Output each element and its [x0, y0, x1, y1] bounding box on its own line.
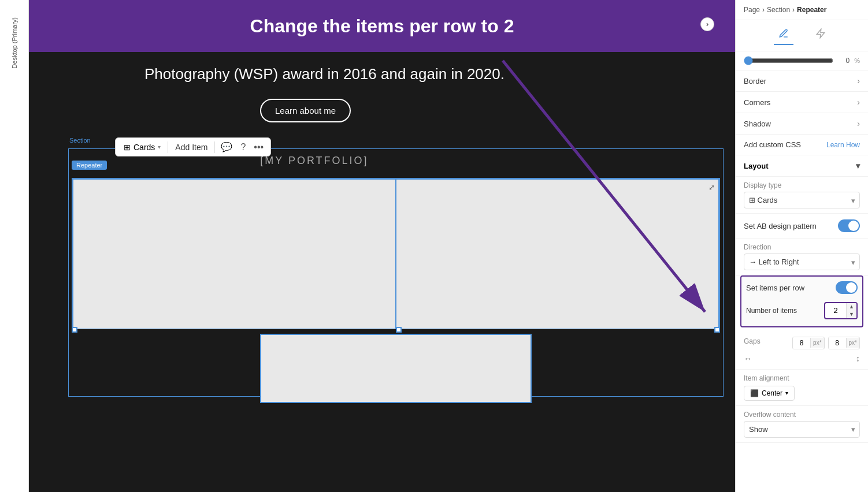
- panel-toggle-button[interactable]: ›: [700, 17, 714, 31]
- toolbar-divider: [168, 141, 168, 153]
- set-items-per-row-label: Set items per row: [746, 284, 804, 292]
- ab-pattern-label: Set AB design pattern: [744, 222, 817, 230]
- help-button[interactable]: ?: [238, 141, 248, 154]
- breadcrumb: Page › Section › Repeater: [736, 0, 868, 20]
- slider-unit: %: [854, 57, 860, 64]
- overflow-row: Overflow content Show Hide: [736, 406, 868, 443]
- breadcrumb-sep-2: ›: [792, 6, 795, 14]
- breadcrumb-page[interactable]: Page: [744, 6, 760, 14]
- overflow-select[interactable]: Show Hide: [744, 421, 860, 438]
- alignment-dropdown-icon: ▾: [785, 390, 788, 396]
- repeater-toolbar: ⊞ Cards ▾ Add Item 💬 ? •••: [115, 137, 271, 156]
- alignment-value: Center: [762, 389, 782, 397]
- direction-select[interactable]: → Left to Right: [744, 254, 860, 270]
- card-expand-icon: ⤢: [709, 183, 715, 192]
- card-item-3[interactable]: [260, 334, 532, 403]
- alignment-icon: ⬛: [750, 389, 759, 397]
- display-type-row: Display type ⊞ Cards: [736, 177, 868, 214]
- number-of-items-label: Number of items: [746, 307, 797, 315]
- direction-dropdown-wrap: → Left to Right: [744, 254, 860, 270]
- display-type-label: Display type: [744, 181, 860, 189]
- portfolio-title: [MY PORTFOLIO]: [260, 155, 368, 167]
- breadcrumb-repeater: Repeater: [797, 6, 826, 14]
- gap-vertical-icon: ↕: [856, 354, 860, 363]
- section-label: Section: [69, 137, 91, 144]
- gaps-label: Gaps: [744, 337, 761, 345]
- left-sidebar: Desktop (Primary): [0, 0, 29, 492]
- tab-edit[interactable]: [774, 26, 793, 45]
- panel-tabs: [736, 20, 868, 51]
- card-item-2[interactable]: ⤢: [396, 179, 719, 329]
- display-type-dropdown-wrap: ⊞ Cards: [744, 192, 860, 208]
- cards-grid-icon: ⊞: [124, 143, 131, 152]
- set-items-per-row-row: Set items per row: [746, 281, 858, 294]
- add-item-button[interactable]: Add Item: [172, 141, 211, 153]
- gap-horizontal-icon: ↔: [744, 354, 752, 363]
- custom-css-label: Add custom CSS: [744, 140, 801, 149]
- page-content: Photography (WSP) award in 2016 and agai…: [29, 0, 735, 492]
- number-stepper: ▲ ▼: [846, 303, 856, 318]
- layout-section-header: Layout ▾: [736, 155, 868, 177]
- slider-value: 0: [838, 57, 850, 65]
- canvas-area: Change the items per row to 2 Photograph…: [29, 0, 735, 492]
- item-alignment-label: Item alignment: [744, 374, 789, 382]
- svg-marker-2: [817, 29, 825, 38]
- direction-row: Direction → Left to Right: [736, 238, 868, 275]
- alignment-center-button[interactable]: ⬛ Center ▾: [744, 386, 795, 401]
- gap-v-wrap: px*: [828, 337, 860, 349]
- item-alignment-row: Item alignment ⬛ Center ▾: [736, 370, 868, 406]
- ab-pattern-row: Set AB design pattern: [736, 214, 868, 238]
- gap-h-wrap: px*: [792, 337, 824, 349]
- slider-row: 0 %: [736, 51, 868, 70]
- number-input-wrap: ▲ ▼: [824, 302, 858, 319]
- stepper-down-button[interactable]: ▼: [847, 311, 856, 318]
- direction-label: Direction: [744, 243, 860, 251]
- layout-label: Layout: [744, 162, 769, 170]
- cards-dropdown-icon: ▾: [158, 144, 161, 150]
- gap-v-unit: px*: [846, 338, 859, 348]
- number-of-items-row: Number of items ▲ ▼: [746, 297, 858, 322]
- gap-h-unit: px*: [810, 338, 824, 348]
- custom-css-row: Add custom CSS Learn How: [736, 135, 868, 155]
- corners-label: Corners: [744, 98, 770, 107]
- corners-row: Corners ›: [736, 92, 868, 113]
- learn-how-link[interactable]: Learn How: [826, 141, 860, 149]
- items-per-row-toggle[interactable]: [836, 281, 858, 294]
- shadow-row: Shadow ›: [736, 113, 868, 135]
- border-label: Border: [744, 77, 766, 85]
- more-options-button[interactable]: •••: [251, 141, 266, 154]
- border-arrow[interactable]: ›: [857, 76, 860, 85]
- corners-arrow[interactable]: ›: [857, 98, 860, 107]
- layout-chevron[interactable]: ▾: [856, 161, 860, 170]
- repeater-badge: Repeater: [72, 161, 107, 170]
- gap-h-input[interactable]: [793, 337, 810, 349]
- overflow-dropdown-wrap: Show Hide: [744, 421, 860, 438]
- learn-about-me-button[interactable]: Learn about me: [260, 99, 351, 122]
- toolbar-divider-2: [214, 141, 215, 153]
- right-panel: Page › Section › Repeater 0 % Border › C…: [735, 0, 868, 492]
- shadow-arrow[interactable]: ›: [857, 119, 860, 128]
- shadow-label: Shadow: [744, 120, 771, 128]
- ab-pattern-toggle[interactable]: [838, 219, 860, 232]
- card-item-1[interactable]: [73, 179, 396, 329]
- overflow-label: Overflow content: [744, 411, 860, 419]
- gap-v-input[interactable]: [829, 337, 846, 349]
- instruction-text: Change the items per row to 2: [250, 16, 514, 37]
- cards-label: Cards: [133, 143, 155, 152]
- display-type-select[interactable]: ⊞ Cards: [744, 192, 860, 208]
- comment-button[interactable]: 💬: [218, 140, 235, 154]
- cards-display-button[interactable]: ⊞ Cards ▾: [120, 141, 164, 153]
- opacity-slider[interactable]: [744, 56, 833, 65]
- about-text: Photography (WSP) award in 2016 and agai…: [29, 52, 735, 90]
- stepper-up-button[interactable]: ▲: [847, 303, 856, 311]
- tab-actions[interactable]: [811, 26, 830, 45]
- desktop-label: Desktop (Primary): [11, 17, 18, 69]
- breadcrumb-section[interactable]: Section: [767, 6, 790, 14]
- border-row: Border ›: [736, 70, 868, 92]
- items-per-row-box: Set items per row Number of items ▲ ▼: [740, 275, 863, 327]
- instruction-banner: Change the items per row to 2: [29, 0, 735, 52]
- gaps-row: Gaps px* px* ↔ ↕: [736, 332, 868, 370]
- number-of-items-input[interactable]: [825, 304, 846, 317]
- breadcrumb-sep-1: ›: [762, 6, 765, 14]
